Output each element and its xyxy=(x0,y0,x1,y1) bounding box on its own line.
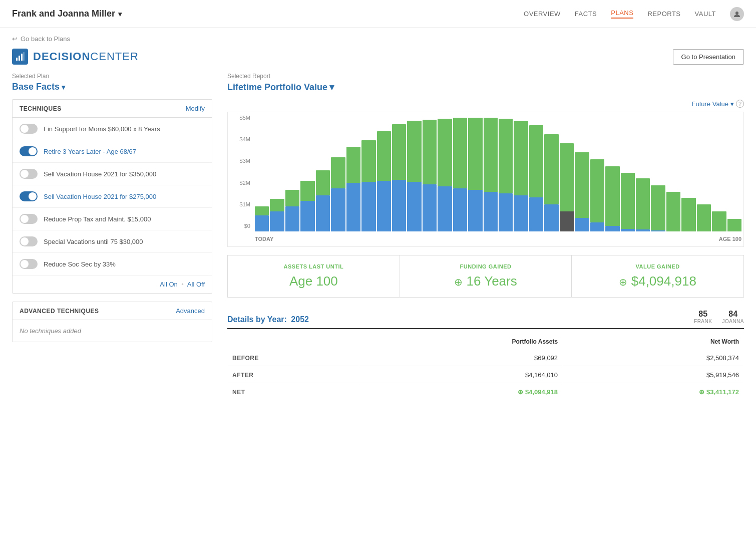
client-name-text: Frank and Joanna Miller xyxy=(12,9,115,19)
bar-green xyxy=(468,118,482,190)
technique-row: Sell Vacation House 2021 for $350,000 xyxy=(13,163,212,185)
info-icon[interactable]: ? xyxy=(736,100,744,108)
bar-group xyxy=(499,117,513,231)
advanced-header: ADVANCED TECHNIQUES Advanced xyxy=(13,302,212,320)
chart-x-end: AGE 100 xyxy=(719,236,741,242)
technique-toggle-6[interactable] xyxy=(20,259,38,269)
chart-x-start: TODAY xyxy=(255,236,273,242)
technique-toggle-2[interactable] xyxy=(20,169,38,179)
summary-card-2: VALUE GAINED ⊕ $4,094,918 xyxy=(572,255,743,297)
future-value-toggle[interactable]: Future Value ▾ ? xyxy=(692,100,744,108)
bar-blue xyxy=(255,215,269,231)
technique-toggle-3[interactable] xyxy=(20,191,38,201)
client-name[interactable]: Frank and Joanna Miller ▾ xyxy=(12,9,122,19)
nav-plans[interactable]: PLANS xyxy=(611,9,633,19)
all-on-link[interactable]: All On xyxy=(160,281,177,288)
technique-label-3: Sell Vacation House 2021 for $275,000 xyxy=(44,193,156,200)
bar-green xyxy=(453,118,467,188)
report-name[interactable]: Lifetime Portfolio Value ▾ xyxy=(227,82,744,93)
technique-toggle-5[interactable] xyxy=(20,236,38,246)
nav-overview[interactable]: OVERVIEW xyxy=(524,10,561,18)
bar-green xyxy=(377,131,391,181)
bar-group xyxy=(377,117,391,231)
bar-green xyxy=(636,178,650,230)
bar-green xyxy=(438,119,452,186)
modify-link[interactable]: Modify xyxy=(186,105,205,112)
bar-green xyxy=(651,185,665,230)
breadcrumb-text: Go back to Plans xyxy=(21,35,70,43)
no-techniques-text: No techniques added xyxy=(13,320,212,342)
nav-vault[interactable]: VAULT xyxy=(695,10,716,18)
advanced-title: ADVANCED TECHNIQUES xyxy=(20,308,99,315)
table-row-before: BEFORE $69,092 $2,508,374 xyxy=(228,350,743,366)
user-avatar[interactable] xyxy=(730,7,744,21)
bar-group xyxy=(544,117,558,231)
table-row-after: AFTER $4,164,010 $5,919,546 xyxy=(228,367,743,383)
bar-group xyxy=(621,117,635,231)
details-header: Details by Year: 2052 85 FRANK 84 JOANNA xyxy=(227,310,744,329)
bar-group xyxy=(468,117,482,231)
bar-blue xyxy=(484,192,498,231)
nav-facts[interactable]: FACTS xyxy=(575,10,597,18)
y-label-1m: $1M xyxy=(228,201,250,207)
technique-label-5: Special Vacations until 75 $30,000 xyxy=(44,238,143,245)
svg-rect-3 xyxy=(21,54,23,61)
bar-blue xyxy=(514,195,528,231)
dc-header: DECISIONCENTER Go to Presentation xyxy=(0,47,756,73)
technique-label-1: Retire 3 Years Later - Age 68/67 xyxy=(44,148,136,155)
chart-y-labels: $5M $4M $3M $2M $1M $0 xyxy=(228,112,253,231)
bar-green xyxy=(514,121,528,195)
bar-green xyxy=(423,120,437,185)
chart-container: $5M $4M $3M $2M $1M $0 TODAY AGE 100 xyxy=(227,112,744,247)
svg-rect-4 xyxy=(24,52,25,61)
value-gained-value: ⊕ $4,094,918 xyxy=(580,274,735,289)
table-row-net: NET ⊕ $4,094,918 ⊕ $3,411,172 xyxy=(228,384,743,400)
technique-toggle-0[interactable] xyxy=(20,124,38,134)
bar-group xyxy=(636,117,650,231)
col-portfolio: Portfolio Assets xyxy=(359,334,562,349)
col-networth: Net Worth xyxy=(563,334,743,349)
technique-toggle-4[interactable] xyxy=(20,214,38,224)
bar-group xyxy=(438,117,452,231)
svg-rect-2 xyxy=(19,56,20,61)
bar-group xyxy=(484,117,498,231)
breadcrumb[interactable]: ↩ Go back to Plans xyxy=(0,28,756,47)
nav-reports[interactable]: REPORTS xyxy=(647,10,680,18)
bar-group xyxy=(514,117,528,231)
presentation-button[interactable]: Go to Presentation xyxy=(673,49,744,65)
advanced-link[interactable]: Advanced xyxy=(176,307,205,315)
value-gained-label: VALUE GAINED xyxy=(580,263,735,270)
future-value-chevron-icon: ▾ xyxy=(730,100,734,108)
funding-gained-value: ⊕ 16 Years xyxy=(408,274,564,289)
bar-blue xyxy=(300,201,314,231)
top-nav: Frank and Joanna Miller ▾ OVERVIEW FACTS… xyxy=(0,0,756,28)
bar-green xyxy=(529,125,543,197)
bar-blue xyxy=(499,193,513,231)
technique-toggle-1[interactable] xyxy=(20,146,38,156)
bar-group xyxy=(392,117,406,231)
technique-row: Special Vacations until 75 $30,000 xyxy=(13,230,212,253)
bar-group xyxy=(560,117,574,231)
bar-group xyxy=(423,117,437,231)
plus-circle-icon-2: ⊕ xyxy=(619,277,627,288)
all-off-link[interactable]: All Off xyxy=(187,281,205,288)
bar-group xyxy=(255,117,269,231)
y-label-2m: $2M xyxy=(228,180,250,186)
details-year: Details by Year: 2052 xyxy=(227,315,309,324)
plan-name[interactable]: Base Facts ▾ xyxy=(12,82,212,92)
bar-green xyxy=(255,206,269,215)
main-layout: Selected Plan Base Facts ▾ TECHNIQUES Mo… xyxy=(0,73,756,401)
bar-green xyxy=(499,119,513,193)
bar-green xyxy=(575,152,589,218)
bar-green xyxy=(544,134,558,204)
bar-group xyxy=(666,117,680,231)
bar-blue xyxy=(560,211,574,231)
bar-blue xyxy=(285,206,299,231)
bar-blue xyxy=(423,184,437,231)
y-label-0: $0 xyxy=(228,223,250,229)
svg-point-0 xyxy=(735,12,738,15)
bar-green xyxy=(590,159,604,222)
bar-group xyxy=(407,117,421,231)
bar-green xyxy=(727,219,741,231)
bar-blue xyxy=(377,181,391,231)
